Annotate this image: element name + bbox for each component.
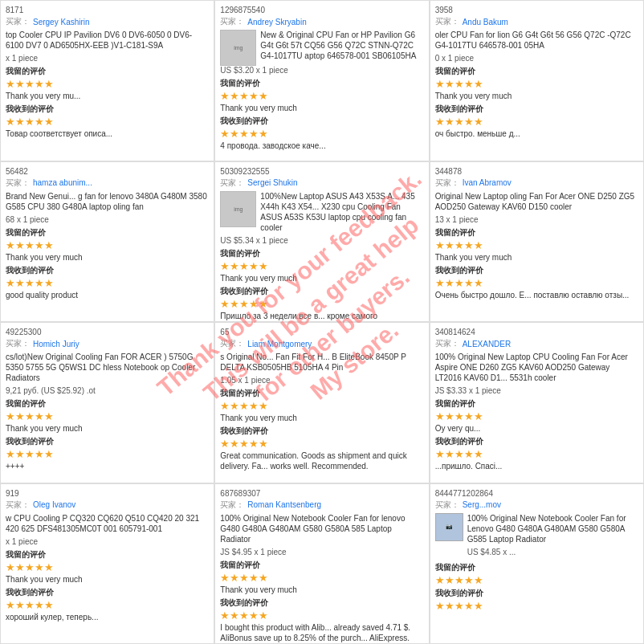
thank-you-6: Thank you very much — [435, 252, 638, 263]
price-6: 13 x 1 piece — [435, 215, 638, 224]
buyer-label-4: 买家： — [6, 177, 30, 189]
product-image-12: 📷 — [435, 513, 463, 541]
buyer-row-10: 买家： Oleg Ivanov — [6, 499, 209, 511]
order-id-8: 65 — [220, 328, 423, 336]
review-text-5: Пришло за 3 недели.все в... кроме самого… — [220, 311, 423, 323]
received-label-3: 我收到的评价 — [435, 104, 638, 115]
my-review-label-7: 我留的评价 — [6, 398, 209, 410]
cell-8: 65 买家： Liam Montgomery s Original No... … — [214, 322, 429, 483]
stars-received-2: ★★★★★ — [220, 128, 423, 139]
review-text-6: Очень быстро дошло. Е... поставлю оставл… — [435, 290, 638, 300]
stars-received-8: ★★★★★ — [220, 438, 423, 449]
stars-received-3: ★★★★★ — [435, 116, 638, 127]
stars-10: ★★★★★ — [6, 562, 209, 573]
buyer-row-1: 买家： Sergey Kashirin — [6, 16, 209, 27]
buyer-row-3: 买家： Andu Bakum — [435, 16, 638, 27]
received-label-9: 我收到的评价 — [435, 436, 638, 447]
received-label-4: 我收到的评价 — [6, 265, 209, 276]
stars-6: ★★★★★ — [435, 240, 638, 251]
order-id-2: 1296875540 — [220, 6, 423, 14]
stars-received-11: ★★★★★ — [220, 610, 423, 621]
buyer-name-4: hamza abunim... — [33, 178, 92, 187]
received-label-1: 我收到的评价 — [6, 104, 209, 115]
buyer-label-7: 买家： — [6, 338, 30, 349]
stars-7: ★★★★★ — [6, 411, 209, 422]
buyer-name-11: Roman Kantsenberg — [247, 500, 321, 509]
stars-2: ★★★★★ — [220, 91, 423, 101]
cell-2: 1296875540 买家： Andrey Skryabin img New &… — [214, 0, 429, 161]
cell-6: 344878 买家： Ivan Abramov Original New Lap… — [430, 161, 644, 323]
buyer-row-4: 买家： hamza abunim... — [6, 177, 209, 189]
cell-10: 919 买家： Oleg Ivanov w CPU Cooling P CQ32… — [0, 483, 214, 645]
price-9: JS $3.33 x 1 piece — [435, 386, 638, 395]
stars-received-4: ★★★★★ — [6, 278, 209, 288]
product-desc-2: New & Original CPU Fan or HP Pavilion G6… — [260, 30, 423, 63]
review-text-7: ++++ — [6, 461, 209, 471]
my-review-label-5: 我留的评价 — [220, 248, 423, 259]
review-text-8: Great communication. Goods as shipment a… — [220, 450, 423, 471]
review-text-3: оч быстро. меньше д... — [435, 128, 638, 139]
stars-received-1: ★★★★★ — [6, 116, 209, 127]
stars-4: ★★★★★ — [6, 240, 209, 251]
stars-received-12: ★★★★★ — [435, 601, 638, 611]
thank-you-11: Thank you very much — [220, 585, 423, 595]
buyer-label-3: 买家： — [435, 16, 459, 27]
buyer-label-11: 买家： — [220, 499, 244, 511]
my-review-label-12: 我留的评价 — [435, 562, 638, 573]
product-image-5: img — [220, 191, 256, 227]
thank-you-4: Thank you very much — [6, 252, 209, 263]
order-id-7: 49225300 — [6, 328, 209, 336]
buyer-label-9: 买家： — [435, 338, 459, 349]
product-desc-3: oler CPU Fan for lion G6 G4t G6t 56 G56 … — [435, 30, 638, 51]
order-id-6: 344878 — [435, 167, 638, 176]
stars-received-6: ★★★★★ — [435, 278, 638, 288]
buyer-name-2: Andrey Skryabin — [247, 18, 306, 26]
received-label-12: 我收到的评价 — [435, 588, 638, 599]
price-4: 68 x 1 piece — [6, 215, 209, 224]
cell-3: 3958 买家： Andu Bakum oler CPU Fan for lio… — [430, 0, 644, 161]
my-review-label-2: 我留的评价 — [220, 78, 423, 89]
cell-5: 50309232555 买家： Sergei Shukin img 100%Ne… — [214, 161, 429, 323]
buyer-row-6: 买家： Ivan Abramov — [435, 177, 638, 189]
buyer-label-6: 买家： — [435, 177, 459, 189]
product-image-2: img — [220, 30, 256, 66]
thank-you-10: Thank you very much — [6, 574, 209, 585]
buyer-label-12: 买家： — [435, 499, 459, 511]
stars-8: ★★★★★ — [220, 401, 423, 411]
price-2: US $3.20 x 1 piece — [220, 66, 423, 75]
thank-you-3: Thank you very much — [435, 91, 638, 101]
cell-11: 687689307 买家： Roman Kantsenberg 100% Ori… — [214, 483, 429, 645]
product-desc-7: cs/lot)New Original Cooling Fan FOR ACER… — [6, 352, 209, 383]
my-review-label-1: 我留的评价 — [6, 66, 209, 77]
buyer-label-8: 买家： — [220, 338, 244, 349]
product-desc-12: 100% Original New Notebook Cooler Fan fo… — [467, 513, 638, 544]
received-label-6: 我收到的评价 — [435, 265, 638, 276]
received-label-11: 我收到的评价 — [220, 597, 423, 609]
buyer-name-9: ALEXANDER — [463, 340, 512, 348]
price-1: x 1 piece — [6, 54, 209, 63]
product-desc-10: w CPU Cooling P CQ320 CQ620 Q510 CQ420 2… — [6, 513, 209, 534]
received-label-10: 我收到的评价 — [6, 587, 209, 598]
buyer-row-5: 买家： Sergei Shukin — [220, 177, 423, 189]
buyer-row-7: 买家： Homich Juriy — [6, 338, 209, 349]
order-id-5: 50309232555 — [220, 167, 423, 176]
my-review-label-3: 我留的评价 — [435, 66, 638, 77]
review-text-9: ...пришло. Спасі... — [435, 461, 638, 471]
buyer-name-6: Ivan Abramov — [463, 178, 512, 187]
my-review-label-11: 我留的评价 — [220, 560, 423, 571]
price-5: US $5.34 x 1 piece — [220, 236, 423, 245]
product-desc-1: top Cooler CPU IP Pavilion DV6 0 DV6-605… — [6, 30, 209, 51]
buyer-name-1: Sergey Kashirin — [33, 18, 90, 26]
price-11: JS $4.95 x 1 piece — [220, 548, 423, 556]
stars-5: ★★★★★ — [220, 261, 423, 271]
order-id-4: 56482 — [6, 167, 209, 176]
product-desc-8: s Original No... Fan Fit For H... B Elit… — [220, 352, 423, 373]
price-12: US $4.85 x ... — [467, 548, 638, 556]
buyer-label-10: 买家： — [6, 499, 30, 511]
cell-9: 340814624 买家： ALEXANDER 100% Original Ne… — [430, 322, 644, 483]
received-label-5: 我收到的评价 — [220, 286, 423, 297]
buyer-name-8: Liam Montgomery — [247, 340, 312, 348]
product-with-img-5: img 100%New Laptop ASUS A43 X53S A... 43… — [220, 191, 423, 236]
product-desc-6: Original New Laptop oling Fan For Acer O… — [435, 191, 638, 212]
stars-received-5: ★★★★★ — [220, 299, 423, 309]
